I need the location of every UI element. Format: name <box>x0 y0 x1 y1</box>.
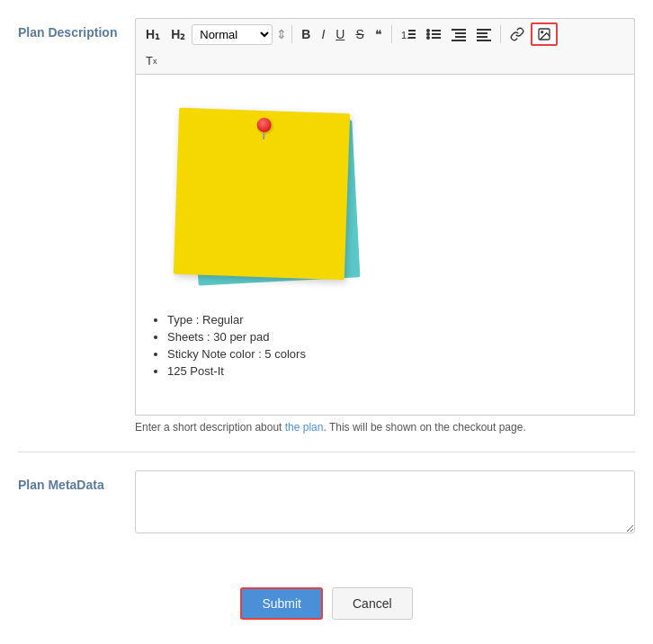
clear-format-sub: x <box>153 57 157 66</box>
plan-metadata-row: Plan MetaData <box>18 470 635 551</box>
quantity-item: 125 Post-It <box>167 364 621 378</box>
h2-button[interactable]: H₂ <box>166 24 190 44</box>
divider-1 <box>291 25 292 43</box>
editor-toolbar-row2: Tx <box>135 49 635 74</box>
sticky-note-front <box>174 108 350 281</box>
hint-link[interactable]: the plan <box>285 421 324 434</box>
indent-left-button[interactable] <box>472 24 496 44</box>
ul-icon <box>426 27 441 41</box>
ol-icon: 1. <box>401 27 416 41</box>
indent-right-icon <box>452 27 466 41</box>
divider-3 <box>500 25 501 43</box>
clear-format-label: T <box>146 54 153 67</box>
pin-head <box>256 118 272 133</box>
svg-point-19 <box>541 31 542 33</box>
image-button[interactable] <box>531 22 558 46</box>
divider-2 <box>391 25 392 43</box>
indent-right-button[interactable] <box>447 24 470 44</box>
cancel-button[interactable]: Cancel <box>332 587 413 620</box>
image-icon <box>537 27 551 41</box>
type-item: Type : Regular <box>167 313 621 326</box>
h1-button[interactable]: H₁ <box>141 24 165 44</box>
underline-button[interactable]: U <box>331 24 349 44</box>
svg-point-6 <box>426 36 430 40</box>
svg-text:1.: 1. <box>401 30 409 40</box>
bold-button[interactable]: B <box>297 24 315 44</box>
editor-container: H₁ H₂ Normal Heading 1 Heading 2 Heading… <box>135 18 635 434</box>
color-item: Sticky Note color : 5 colors <box>167 347 621 361</box>
clear-format-button[interactable]: Tx <box>141 51 161 70</box>
plan-description-row: Plan Description H₁ H₂ Normal Heading 1 … <box>18 18 635 452</box>
link-button[interactable] <box>505 24 529 44</box>
blockquote-button[interactable]: ❝ <box>371 24 387 44</box>
format-select[interactable]: Normal Heading 1 Heading 2 Heading 3 <box>192 24 273 45</box>
description-list: Type : Regular Sheets : 30 per pad Stick… <box>149 313 621 378</box>
plan-metadata-input[interactable] <box>135 470 635 533</box>
indent-left-icon <box>477 27 491 41</box>
sheets-item: Sheets : 30 per pad <box>167 330 621 344</box>
sticky-note-image <box>167 97 365 295</box>
italic-button[interactable]: I <box>317 24 329 44</box>
submit-button[interactable]: Submit <box>240 587 323 620</box>
ul-button[interactable] <box>422 24 445 44</box>
editor-toolbar: H₁ H₂ Normal Heading 1 Heading 2 Heading… <box>135 18 635 49</box>
sticky-pin <box>255 118 273 137</box>
ol-button[interactable]: 1. <box>397 24 420 44</box>
svg-point-4 <box>426 29 430 32</box>
svg-point-5 <box>426 32 430 36</box>
pin-needle <box>263 132 264 139</box>
hint-text: Enter a short description about the plan… <box>135 421 635 434</box>
plan-description-label: Plan Description <box>18 18 135 40</box>
plan-metadata-label: Plan MetaData <box>18 470 135 492</box>
strikethrough-button[interactable]: S <box>351 24 368 44</box>
select-arrow-icon: ⇕ <box>276 27 287 41</box>
link-icon <box>510 27 524 41</box>
form-buttons: Submit Cancel <box>18 578 635 620</box>
editor-area[interactable]: Type : Regular Sheets : 30 per pad Stick… <box>135 74 635 416</box>
